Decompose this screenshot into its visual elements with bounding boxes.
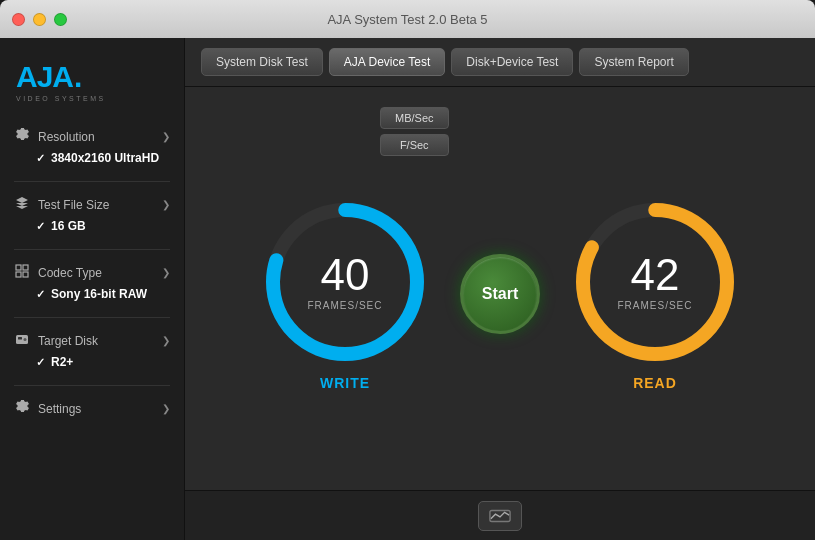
- layers-icon: [14, 196, 30, 213]
- svg-rect-3: [23, 272, 28, 277]
- test-file-size-check: ✓: [36, 220, 45, 233]
- window-controls[interactable]: [12, 13, 67, 26]
- window-title: AJA System Test 2.0 Beta 5: [327, 12, 487, 27]
- logo-text: AJA: [16, 60, 73, 94]
- target-disk-chevron: ❯: [162, 335, 170, 346]
- target-disk-header[interactable]: Target Disk ❯: [0, 328, 184, 353]
- svg-rect-5: [18, 337, 22, 340]
- main-content: MB/Sec F/Sec 40: [185, 87, 815, 490]
- logo-dot: .: [74, 60, 82, 94]
- resolution-value: ✓ 3840x2160 UltraHD: [0, 149, 184, 171]
- codec-type-value: ✓ Sony 16-bit RAW: [0, 285, 184, 307]
- close-button[interactable]: [12, 13, 25, 26]
- test-file-size-value: ✓ 16 GB: [0, 217, 184, 239]
- minimize-button[interactable]: [33, 13, 46, 26]
- write-label: WRITE: [320, 375, 370, 391]
- resolution-header[interactable]: Resolution ❯: [0, 124, 184, 149]
- title-bar: AJA System Test 2.0 Beta 5: [0, 0, 815, 38]
- resolution-chevron: ❯: [162, 131, 170, 142]
- target-disk-label: Target Disk: [38, 334, 98, 348]
- resolution-check: ✓: [36, 152, 45, 165]
- toolbar: System Disk Test AJA Device Test Disk+De…: [185, 38, 815, 87]
- write-unit: FRAMES/SEC: [307, 300, 382, 311]
- codec-type-header[interactable]: Codec Type ❯: [0, 260, 184, 285]
- read-value: 42: [617, 253, 692, 297]
- svg-rect-0: [16, 265, 21, 270]
- test-file-size-label: Test File Size: [38, 198, 109, 212]
- settings-header[interactable]: Settings ❯: [0, 396, 184, 421]
- write-value: 40: [307, 253, 382, 297]
- resolution-section: Resolution ❯ ✓ 3840x2160 UltraHD: [0, 118, 184, 177]
- mb-sec-button[interactable]: MB/Sec: [380, 107, 449, 129]
- target-disk-check: ✓: [36, 356, 45, 369]
- divider-2: [14, 249, 170, 250]
- gear-icon: [14, 128, 30, 145]
- read-gauge-container: 42 FRAMES/SEC READ: [570, 197, 740, 391]
- sidebar: AJA . VIDEO SYSTEMS Resolution ❯ ✓: [0, 38, 185, 540]
- start-button[interactable]: Start: [460, 254, 540, 334]
- units-buttons: MB/Sec F/Sec: [380, 107, 449, 156]
- system-disk-test-button[interactable]: System Disk Test: [201, 48, 323, 76]
- codec-type-label: Codec Type: [38, 266, 102, 280]
- write-gauge-ring: 40 FRAMES/SEC: [260, 197, 430, 367]
- main-container: AJA . VIDEO SYSTEMS Resolution ❯ ✓: [0, 38, 815, 540]
- codec-type-section: Codec Type ❯ ✓ Sony 16-bit RAW: [0, 254, 184, 313]
- chart-button[interactable]: [478, 501, 522, 531]
- write-gauge-container: 40 FRAMES/SEC WRITE: [260, 197, 430, 391]
- start-button-container: Start: [460, 254, 540, 334]
- system-report-button[interactable]: System Report: [579, 48, 688, 76]
- content-area: System Disk Test AJA Device Test Disk+De…: [185, 38, 815, 540]
- settings-chevron: ❯: [162, 403, 170, 414]
- read-unit: FRAMES/SEC: [617, 300, 692, 311]
- logo-sub: VIDEO SYSTEMS: [16, 95, 168, 102]
- disk-icon: [14, 332, 30, 349]
- disk-device-test-button[interactable]: Disk+Device Test: [451, 48, 573, 76]
- divider-3: [14, 317, 170, 318]
- svg-rect-2: [16, 272, 21, 277]
- target-disk-value: ✓ R2+: [0, 353, 184, 375]
- read-label: READ: [633, 375, 677, 391]
- bottom-bar: [185, 490, 815, 540]
- test-file-size-header[interactable]: Test File Size ❯: [0, 192, 184, 217]
- settings-section: Settings ❯: [0, 390, 184, 427]
- target-disk-section: Target Disk ❯ ✓ R2+: [0, 322, 184, 381]
- aja-logo: AJA . VIDEO SYSTEMS: [0, 50, 184, 118]
- aja-device-test-button[interactable]: AJA Device Test: [329, 48, 445, 76]
- divider-4: [14, 385, 170, 386]
- settings-gear-icon: [14, 400, 30, 417]
- gauges-row: 40 FRAMES/SEC WRITE Start: [260, 197, 740, 391]
- write-gauge-inner: 40 FRAMES/SEC: [307, 253, 382, 311]
- svg-point-6: [24, 338, 27, 341]
- test-file-size-chevron: ❯: [162, 199, 170, 210]
- grid-icon: [14, 264, 30, 281]
- read-gauge-inner: 42 FRAMES/SEC: [617, 253, 692, 311]
- test-file-size-section: Test File Size ❯ ✓ 16 GB: [0, 186, 184, 245]
- resolution-label: Resolution: [38, 130, 95, 144]
- codec-type-check: ✓: [36, 288, 45, 301]
- maximize-button[interactable]: [54, 13, 67, 26]
- f-sec-button[interactable]: F/Sec: [380, 134, 449, 156]
- read-gauge-ring: 42 FRAMES/SEC: [570, 197, 740, 367]
- settings-label: Settings: [38, 402, 81, 416]
- codec-type-chevron: ❯: [162, 267, 170, 278]
- svg-rect-1: [23, 265, 28, 270]
- divider-1: [14, 181, 170, 182]
